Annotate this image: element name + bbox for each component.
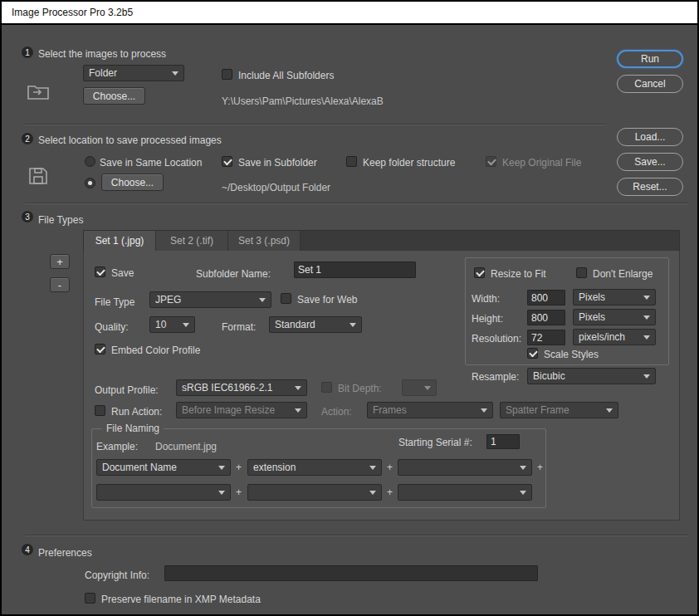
copyright-info-label: Copyright Info:	[85, 570, 149, 581]
add-file-type-set-button[interactable]: +	[50, 254, 70, 269]
preserve-filename-label: Preserve filename in XMP Metadata	[101, 594, 261, 605]
remove-file-type-set-button[interactable]: -	[50, 277, 70, 292]
save-same-location-radio[interactable]	[85, 156, 95, 167]
save-disk-icon	[27, 166, 49, 188]
resample-select[interactable]: Bicubic	[527, 368, 656, 384]
width-input[interactable]	[527, 290, 565, 306]
keep-folder-structure-checkbox[interactable]	[346, 156, 357, 167]
keep-original-file-checkbox	[486, 156, 496, 167]
include-subfolders-label: Include All Subfolders	[238, 70, 334, 81]
scale-styles-label: Scale Styles	[544, 349, 599, 360]
subfolder-name-label: Subfolder Name:	[196, 268, 271, 280]
choose-destination-button[interactable]: Choose...	[101, 174, 164, 191]
save-for-web-label: Save for Web	[297, 294, 357, 306]
height-unit-value: Pixels	[579, 311, 640, 323]
save-settings-button[interactable]: Save...	[617, 153, 683, 171]
quality-select[interactable]: 10	[149, 316, 195, 333]
run-button[interactable]: Run	[617, 50, 683, 68]
resample-label: Resample:	[472, 371, 519, 383]
chevron-down-icon	[424, 386, 431, 390]
resolution-input[interactable]	[527, 330, 565, 345]
quality-value: 10	[155, 319, 179, 330]
width-unit-value: Pixels	[579, 291, 640, 303]
naming-token-1-select[interactable]: Document Name	[96, 459, 231, 476]
section4-title: Preferences	[38, 547, 92, 559]
run-action-checkbox[interactable]	[95, 405, 105, 416]
tab-set-2-tif[interactable]: Set 2 (.tif)	[156, 231, 228, 251]
dont-enlarge-checkbox[interactable]	[576, 267, 587, 278]
chevron-down-icon	[520, 466, 526, 470]
window-title: Image Processor Pro 3.2b5	[12, 7, 133, 18]
save-in-subfolder-label: Save in Subfolder	[238, 157, 317, 169]
preserve-filename-checkbox[interactable]	[85, 593, 95, 604]
example-value: Document.jpg	[155, 441, 217, 452]
resolution-unit-select[interactable]: pixels/inch	[573, 329, 656, 345]
action-name-value: Spatter Frame	[506, 404, 603, 416]
step-1-badge: 1	[22, 46, 33, 58]
keep-folder-structure-label: Keep folder structure	[363, 157, 455, 169]
width-unit-select[interactable]: Pixels	[573, 289, 656, 306]
cancel-button[interactable]: Cancel	[617, 75, 683, 93]
resolution-label: Resolution:	[472, 333, 521, 345]
resample-value: Bicubic	[533, 370, 640, 382]
save-set-label: Save	[111, 267, 134, 279]
file-naming-legend: File Naming	[102, 423, 164, 434]
example-label: Example:	[96, 441, 138, 452]
output-profile-select[interactable]: sRGB IEC61966-2.1	[176, 379, 307, 396]
embed-color-profile-checkbox[interactable]	[95, 344, 105, 354]
plus-separator: +	[537, 462, 543, 473]
tab-set-3-psd[interactable]: Set 3 (.psd)	[228, 231, 301, 251]
run-action-label: Run Action:	[111, 406, 162, 418]
source-type-select[interactable]: Folder	[83, 65, 184, 81]
chevron-down-icon	[643, 335, 650, 340]
starting-serial-input[interactable]	[486, 434, 520, 449]
output-profile-label: Output Profile:	[95, 384, 159, 396]
step-4-badge: 4	[22, 544, 33, 555]
output-profile-value: sRGB IEC61966-2.1	[182, 382, 291, 394]
chevron-down-icon	[295, 386, 301, 390]
save-to-folder-radio[interactable]	[85, 178, 95, 188]
height-unit-select[interactable]: Pixels	[573, 309, 656, 325]
naming-token-2-select[interactable]: extension	[247, 459, 382, 476]
subfolder-name-input[interactable]	[294, 262, 416, 278]
scale-styles-checkbox[interactable]	[527, 348, 538, 359]
file-type-label: File Type	[95, 296, 134, 308]
chevron-down-icon	[520, 491, 526, 495]
naming-token-5-select[interactable]	[247, 484, 382, 501]
save-for-web-checkbox[interactable]	[281, 293, 291, 304]
naming-token-3-select[interactable]	[398, 459, 532, 476]
source-path: Y:\Users\Pam\Pictures\Alexa\AlexaB	[222, 95, 384, 107]
copyright-info-input[interactable]	[164, 565, 538, 581]
file-type-select[interactable]: JPEG	[149, 291, 271, 308]
height-input[interactable]	[527, 310, 565, 325]
save-in-subfolder-checkbox[interactable]	[222, 156, 232, 167]
plus-separator: +	[387, 462, 393, 473]
plus-separator: +	[236, 462, 242, 473]
action-set-select: Frames	[367, 402, 493, 418]
step-3-badge: 3	[22, 211, 33, 222]
naming-token-6-select[interactable]	[398, 484, 532, 501]
separator	[25, 203, 688, 204]
section3-title: File Types	[38, 214, 83, 226]
reset-button[interactable]: Reset...	[617, 178, 683, 196]
dont-enlarge-label: Don't Enlarge	[593, 268, 653, 280]
load-button[interactable]: Load...	[617, 128, 683, 146]
step-2-badge: 2	[22, 133, 33, 144]
resize-to-fit-checkbox[interactable]	[474, 267, 485, 278]
destination-path: ~/Desktop/Output Folder	[222, 182, 330, 193]
format-select[interactable]: Standard	[269, 316, 362, 333]
chevron-down-icon	[369, 491, 376, 495]
action-set-value: Frames	[373, 404, 477, 416]
tab-set-1-jpg[interactable]: Set 1 (.jpg)	[84, 231, 156, 251]
section1-title: Select the images to process	[38, 48, 166, 60]
naming-token-4-select[interactable]	[96, 484, 231, 501]
action-name-select: Spatter Frame	[500, 402, 618, 418]
title-bar: Image Processor Pro 3.2b5	[2, 2, 697, 25]
image-processor-pro-dialog: Image Processor Pro 3.2b5 1 Select the i…	[0, 0, 699, 616]
action-label: Action:	[321, 406, 352, 418]
choose-source-button[interactable]: Choose...	[83, 87, 145, 105]
separator	[25, 535, 688, 536]
include-subfolders-checkbox[interactable]	[222, 69, 232, 80]
chevron-down-icon	[218, 466, 225, 470]
save-set-checkbox[interactable]	[95, 266, 105, 277]
